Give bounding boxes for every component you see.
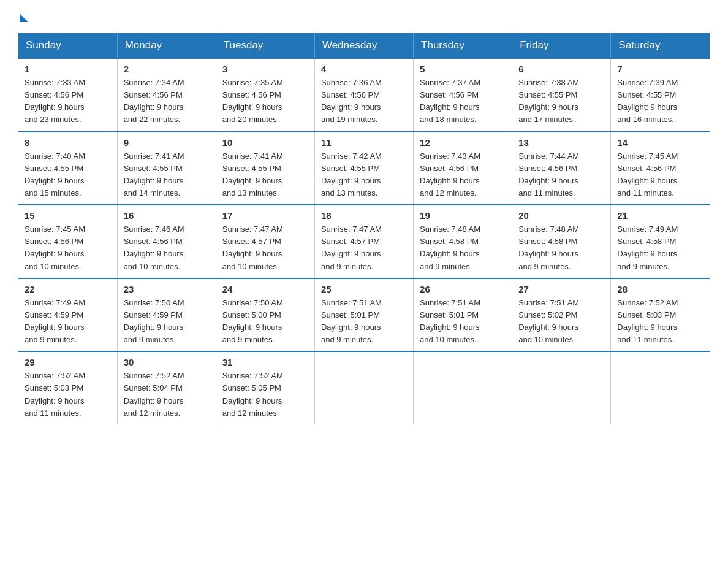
calendar-cell: 24Sunrise: 7:50 AMSunset: 5:00 PMDayligh… <box>216 278 314 352</box>
day-number: 20 <box>518 210 604 221</box>
day-info: Sunrise: 7:48 AMSunset: 4:58 PMDaylight:… <box>420 223 506 273</box>
calendar-cell: 30Sunrise: 7:52 AMSunset: 5:04 PMDayligh… <box>117 351 216 424</box>
day-number: 17 <box>222 210 308 221</box>
day-info: Sunrise: 7:51 AMSunset: 5:01 PMDaylight:… <box>321 297 407 347</box>
day-info: Sunrise: 7:50 AMSunset: 5:00 PMDaylight:… <box>222 297 308 347</box>
calendar-cell: 28Sunrise: 7:52 AMSunset: 5:03 PMDayligh… <box>611 278 710 352</box>
day-info: Sunrise: 7:47 AMSunset: 4:57 PMDaylight:… <box>222 223 308 273</box>
calendar-cell: 21Sunrise: 7:49 AMSunset: 4:58 PMDayligh… <box>611 205 710 278</box>
calendar-cell: 25Sunrise: 7:51 AMSunset: 5:01 PMDayligh… <box>314 278 413 352</box>
weekday-header-row: SundayMondayTuesdayWednesdayThursdayFrid… <box>18 33 710 58</box>
day-info: Sunrise: 7:36 AMSunset: 4:56 PMDaylight:… <box>321 77 407 126</box>
calendar-cell: 7Sunrise: 7:39 AMSunset: 4:55 PMDaylight… <box>611 58 710 132</box>
day-info: Sunrise: 7:45 AMSunset: 4:56 PMDaylight:… <box>25 223 111 273</box>
calendar-cell: 2Sunrise: 7:34 AMSunset: 4:56 PMDaylight… <box>117 58 216 132</box>
calendar-table: SundayMondayTuesdayWednesdayThursdayFrid… <box>18 33 710 424</box>
calendar-cell: 15Sunrise: 7:45 AMSunset: 4:56 PMDayligh… <box>18 205 117 278</box>
day-number: 9 <box>124 137 210 148</box>
day-info: Sunrise: 7:34 AMSunset: 4:56 PMDaylight:… <box>124 77 210 126</box>
calendar-cell: 16Sunrise: 7:46 AMSunset: 4:56 PMDayligh… <box>117 205 216 278</box>
day-info: Sunrise: 7:49 AMSunset: 4:58 PMDaylight:… <box>617 223 703 273</box>
day-info: Sunrise: 7:44 AMSunset: 4:56 PMDaylight:… <box>518 150 604 200</box>
calendar-cell: 29Sunrise: 7:52 AMSunset: 5:03 PMDayligh… <box>18 351 117 424</box>
day-info: Sunrise: 7:41 AMSunset: 4:55 PMDaylight:… <box>222 150 308 200</box>
day-number: 27 <box>518 284 604 294</box>
calendar-cell <box>512 351 611 424</box>
day-number: 18 <box>321 210 407 221</box>
calendar-cell: 9Sunrise: 7:41 AMSunset: 4:55 PMDaylight… <box>117 132 216 205</box>
calendar-cell: 1Sunrise: 7:33 AMSunset: 4:56 PMDaylight… <box>18 58 117 132</box>
day-info: Sunrise: 7:43 AMSunset: 4:56 PMDaylight:… <box>420 150 506 200</box>
calendar-cell: 12Sunrise: 7:43 AMSunset: 4:56 PMDayligh… <box>414 132 512 205</box>
day-info: Sunrise: 7:42 AMSunset: 4:55 PMDaylight:… <box>321 150 407 200</box>
weekday-header-saturday: Saturday <box>611 33 710 58</box>
calendar-cell: 14Sunrise: 7:45 AMSunset: 4:56 PMDayligh… <box>611 132 710 205</box>
day-info: Sunrise: 7:52 AMSunset: 5:03 PMDaylight:… <box>25 370 111 419</box>
day-number: 30 <box>124 357 210 367</box>
day-info: Sunrise: 7:48 AMSunset: 4:58 PMDaylight:… <box>518 223 604 273</box>
weekday-header-friday: Friday <box>512 33 611 58</box>
day-info: Sunrise: 7:50 AMSunset: 4:59 PMDaylight:… <box>124 297 210 347</box>
day-number: 3 <box>222 64 308 74</box>
day-number: 24 <box>222 284 308 294</box>
day-info: Sunrise: 7:35 AMSunset: 4:56 PMDaylight:… <box>222 77 308 126</box>
calendar-cell: 5Sunrise: 7:37 AMSunset: 4:56 PMDaylight… <box>414 58 512 132</box>
day-number: 21 <box>617 210 703 221</box>
calendar-week-row: 29Sunrise: 7:52 AMSunset: 5:03 PMDayligh… <box>18 351 710 424</box>
page-header <box>18 12 710 21</box>
calendar-cell: 4Sunrise: 7:36 AMSunset: 4:56 PMDaylight… <box>314 58 413 132</box>
day-number: 23 <box>124 284 210 294</box>
day-number: 10 <box>222 137 308 148</box>
day-number: 4 <box>321 64 407 74</box>
calendar-cell: 31Sunrise: 7:52 AMSunset: 5:05 PMDayligh… <box>216 351 314 424</box>
weekday-header-tuesday: Tuesday <box>216 33 314 58</box>
weekday-header-wednesday: Wednesday <box>314 33 413 58</box>
calendar-cell: 18Sunrise: 7:47 AMSunset: 4:57 PMDayligh… <box>314 205 413 278</box>
calendar-cell: 19Sunrise: 7:48 AMSunset: 4:58 PMDayligh… <box>414 205 512 278</box>
calendar-cell: 6Sunrise: 7:38 AMSunset: 4:55 PMDaylight… <box>512 58 611 132</box>
day-number: 28 <box>617 284 703 294</box>
day-number: 6 <box>518 64 604 74</box>
day-number: 11 <box>321 137 407 148</box>
calendar-cell: 8Sunrise: 7:40 AMSunset: 4:55 PMDaylight… <box>18 132 117 205</box>
day-info: Sunrise: 7:38 AMSunset: 4:55 PMDaylight:… <box>518 77 604 126</box>
day-info: Sunrise: 7:33 AMSunset: 4:56 PMDaylight:… <box>25 77 111 126</box>
calendar-cell: 20Sunrise: 7:48 AMSunset: 4:58 PMDayligh… <box>512 205 611 278</box>
day-number: 2 <box>124 64 210 74</box>
weekday-header-sunday: Sunday <box>18 33 117 58</box>
day-number: 19 <box>420 210 506 221</box>
day-number: 5 <box>420 64 506 74</box>
calendar-cell: 10Sunrise: 7:41 AMSunset: 4:55 PMDayligh… <box>216 132 314 205</box>
calendar-week-row: 1Sunrise: 7:33 AMSunset: 4:56 PMDaylight… <box>18 58 710 132</box>
calendar-cell <box>314 351 413 424</box>
day-number: 16 <box>124 210 210 221</box>
day-number: 26 <box>420 284 506 294</box>
day-number: 22 <box>25 284 111 294</box>
calendar-cell: 27Sunrise: 7:51 AMSunset: 5:02 PMDayligh… <box>512 278 611 352</box>
weekday-header-monday: Monday <box>117 33 216 58</box>
day-info: Sunrise: 7:37 AMSunset: 4:56 PMDaylight:… <box>420 77 506 126</box>
day-number: 7 <box>617 64 703 74</box>
day-info: Sunrise: 7:39 AMSunset: 4:55 PMDaylight:… <box>617 77 703 126</box>
calendar-cell: 3Sunrise: 7:35 AMSunset: 4:56 PMDaylight… <box>216 58 314 132</box>
logo-triangle-icon <box>20 13 28 22</box>
day-number: 12 <box>420 137 506 148</box>
day-info: Sunrise: 7:52 AMSunset: 5:04 PMDaylight:… <box>124 370 210 419</box>
day-info: Sunrise: 7:47 AMSunset: 4:57 PMDaylight:… <box>321 223 407 273</box>
day-info: Sunrise: 7:41 AMSunset: 4:55 PMDaylight:… <box>124 150 210 200</box>
logo <box>18 12 29 21</box>
calendar-cell <box>611 351 710 424</box>
calendar-week-row: 15Sunrise: 7:45 AMSunset: 4:56 PMDayligh… <box>18 205 710 278</box>
calendar-cell: 17Sunrise: 7:47 AMSunset: 4:57 PMDayligh… <box>216 205 314 278</box>
day-number: 15 <box>25 210 111 221</box>
day-number: 1 <box>25 64 111 74</box>
day-number: 13 <box>518 137 604 148</box>
day-number: 29 <box>25 357 111 367</box>
day-number: 25 <box>321 284 407 294</box>
calendar-cell: 22Sunrise: 7:49 AMSunset: 4:59 PMDayligh… <box>18 278 117 352</box>
calendar-body: 1Sunrise: 7:33 AMSunset: 4:56 PMDaylight… <box>18 58 710 424</box>
day-info: Sunrise: 7:49 AMSunset: 4:59 PMDaylight:… <box>25 297 111 347</box>
calendar-cell: 13Sunrise: 7:44 AMSunset: 4:56 PMDayligh… <box>512 132 611 205</box>
day-info: Sunrise: 7:46 AMSunset: 4:56 PMDaylight:… <box>124 223 210 273</box>
day-info: Sunrise: 7:52 AMSunset: 5:05 PMDaylight:… <box>222 370 308 419</box>
